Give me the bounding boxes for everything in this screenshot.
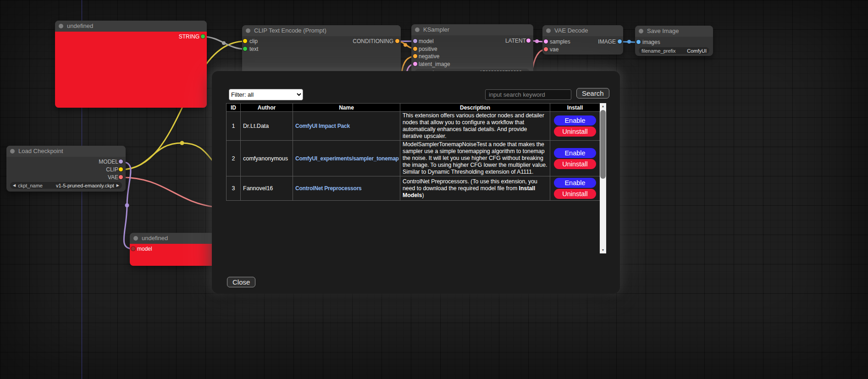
output-slot-vae[interactable]: VAE (108, 174, 126, 181)
extension-description: This extension offers various detector n… (400, 112, 550, 141)
extension-row: 2 comfyanonymous ComfyUI_experiments/sam… (227, 141, 600, 176)
node-title[interactable]: KSampler (411, 24, 533, 35)
node-vae-decode[interactable]: VAE Decode samples vae IMAGE (542, 25, 623, 55)
scroll-down-icon[interactable]: ▼ (600, 247, 606, 253)
node-undefined-top[interactable]: undefined STRING (55, 21, 207, 108)
extension-description: ModelSamplerTonemapNoiseTest a node that… (400, 141, 550, 176)
link-midpoint-dot[interactable] (180, 141, 184, 145)
table-header-row: ID Author Name Description Install (227, 104, 600, 112)
slot-dot-text[interactable] (243, 47, 247, 51)
input-slot-positive[interactable]: positive (411, 45, 437, 53)
uninstall-button[interactable]: Uninstall (554, 189, 596, 199)
slot-dot-image[interactable] (618, 39, 622, 44)
input-slot-latent-image[interactable]: latent_image (411, 60, 450, 68)
filter-select[interactable]: Filter: all (229, 89, 303, 100)
extension-author: Fannovel16 (241, 176, 293, 201)
node-title[interactable]: undefined (130, 233, 221, 244)
slot-dot-clip[interactable] (243, 39, 247, 43)
node-undefined-bottom[interactable]: undefined model (130, 233, 221, 266)
extension-name-link[interactable]: ControlNet Preprocessors (295, 185, 362, 192)
node-collapse-toggle[interactable] (639, 29, 643, 33)
search-button[interactable]: Search (576, 88, 609, 99)
input-slot-samples[interactable]: samples (542, 38, 570, 45)
slot-dot-vae-out[interactable] (119, 175, 123, 179)
output-slot-model[interactable]: MODEL (99, 158, 126, 165)
extension-name-link[interactable]: ComfyUI Impact Pack (295, 123, 350, 129)
link-midpoint-dot[interactable] (535, 39, 539, 43)
column-header-description: Description (400, 104, 550, 112)
input-slot-text[interactable]: text (242, 45, 258, 53)
slot-dot-positive[interactable] (413, 47, 417, 51)
link-midpoint-dot[interactable] (404, 43, 407, 47)
extension-row: 3 Fannovel16 ControlNet Preprocessors Co… (227, 176, 600, 201)
extension-description: ControlNet Preprocessors. (To use this e… (400, 176, 550, 201)
slot-dot-string[interactable] (201, 34, 205, 38)
enable-button[interactable]: Enable (554, 115, 596, 126)
output-slot-conditioning[interactable]: CONDITIONING (353, 38, 401, 45)
extension-row: 1 Dr.Lt.Data ComfyUI Impact Pack This ex… (227, 112, 600, 141)
slot-dot-images[interactable] (636, 40, 641, 44)
output-slot-clip[interactable]: CLIP (106, 166, 126, 173)
extension-author: comfyanonymous (241, 141, 293, 176)
input-slot-negative[interactable]: negative (411, 53, 439, 60)
node-collapse-toggle[interactable] (59, 24, 63, 28)
search-input[interactable] (485, 89, 571, 100)
input-slot-images[interactable]: images (635, 38, 660, 46)
custom-nodes-manager-dialog: Filter: all Search ID Author Name Descri… (212, 71, 620, 293)
node-collapse-toggle[interactable] (546, 28, 551, 33)
scrollbar-thumb[interactable] (600, 110, 606, 179)
slot-dot-negative[interactable] (413, 54, 417, 58)
node-save-image[interactable]: Save Image images filename_prefix ComfyU… (635, 26, 713, 56)
slot-dot-clip-out[interactable] (119, 167, 123, 171)
close-button[interactable]: Close (227, 277, 255, 287)
uninstall-button[interactable]: Uninstall (554, 159, 596, 169)
output-slot-latent[interactable]: LATENT (505, 37, 533, 44)
widget-ckpt-name[interactable]: ◀ ckpt_name v1-5-pruned-emaonly.ckpt ▶ (10, 182, 122, 189)
node-title[interactable]: undefined (55, 21, 207, 32)
extension-id: 2 (227, 141, 241, 176)
node-collapse-toggle[interactable] (415, 27, 420, 32)
node-graph-canvas[interactable]: undefined STRING CLIP Text Encode (Promp… (0, 0, 868, 379)
node-title[interactable]: Load Checkpoint (6, 146, 126, 157)
slot-dot-latent-image[interactable] (413, 62, 417, 66)
enable-button[interactable]: Enable (554, 178, 596, 188)
widget-arrow-left-icon[interactable]: ◀ (13, 182, 16, 189)
input-slot-clip[interactable]: clip (242, 38, 258, 45)
node-collapse-toggle[interactable] (133, 236, 138, 241)
slot-dot-model-out[interactable] (119, 159, 123, 164)
node-load-checkpoint[interactable]: Load Checkpoint MODEL CLIP VAE ◀ ckpt_na… (6, 146, 126, 192)
enable-button[interactable]: Enable (554, 148, 596, 158)
node-title[interactable]: VAE Decode (542, 25, 623, 36)
extension-name-link[interactable]: ComfyUI_experiments/sampler_tonemap (295, 155, 399, 162)
widget-arrow-right-icon[interactable]: ▶ (116, 182, 119, 189)
column-header-id: ID (227, 104, 241, 112)
link-midpoint-dot[interactable] (125, 203, 129, 208)
slot-dot-latent[interactable] (526, 38, 531, 43)
output-slot-image[interactable]: IMAGE (598, 38, 623, 45)
slot-dot-samples[interactable] (544, 39, 548, 44)
table-scrollbar[interactable]: ▲ ▼ (600, 103, 606, 253)
output-slot-string[interactable]: STRING (179, 33, 207, 40)
slot-dot-model[interactable] (413, 39, 417, 43)
widget-filename-prefix[interactable]: filename_prefix ComfyUI (639, 47, 709, 54)
extension-id: 1 (227, 112, 241, 141)
node-collapse-toggle[interactable] (246, 28, 250, 33)
error-node-body (55, 32, 207, 108)
extensions-table-area: ID Author Name Description Install 1 Dr.… (226, 103, 606, 253)
link-midpoint-dot[interactable] (222, 41, 226, 45)
slot-dot-model[interactable] (131, 247, 135, 251)
slot-dot-vae[interactable] (544, 47, 548, 51)
input-slot-model[interactable]: model (130, 245, 152, 253)
extension-id: 3 (227, 176, 241, 201)
link-midpoint-dot[interactable] (627, 40, 631, 44)
node-title[interactable]: CLIP Text Encode (Prompt) (242, 25, 401, 36)
slot-dot-conditioning[interactable] (395, 39, 399, 43)
node-title[interactable]: Save Image (635, 26, 713, 37)
input-slot-vae[interactable]: vae (542, 46, 558, 53)
input-slot-model[interactable]: model (411, 38, 434, 45)
column-header-install: Install (550, 104, 600, 112)
uninstall-button[interactable]: Uninstall (554, 126, 596, 137)
scroll-up-icon[interactable]: ▲ (600, 103, 606, 110)
extensions-table: ID Author Name Description Install 1 Dr.… (226, 103, 600, 201)
node-collapse-toggle[interactable] (10, 149, 15, 154)
